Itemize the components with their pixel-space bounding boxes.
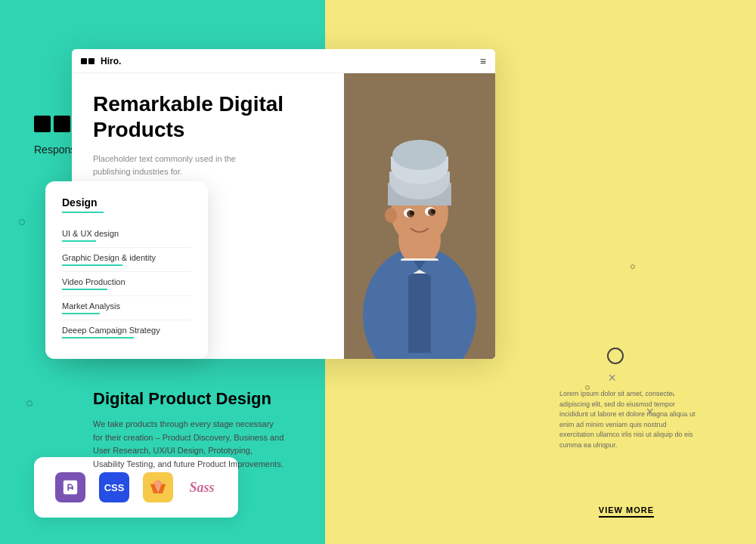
bottom-section-title: Digital Product Design [93, 389, 285, 409]
hero-title: Remarkable Digital Products [93, 91, 323, 142]
service-bar-1 [62, 240, 96, 242]
deco-circle-2 [19, 219, 25, 225]
browser-nav-menu[interactable]: ≡ [480, 55, 486, 67]
bottom-description: We take products through every stage nec… [93, 418, 285, 471]
service-bar-5 [62, 337, 134, 338]
logo-box-1 [34, 116, 51, 132]
services-card: Design UI & UX design Graphic Design & i… [45, 181, 208, 359]
service-item-1: UI & UX design [62, 224, 191, 248]
browser-logo-boxes [81, 58, 94, 64]
hero-description: Placeholder text commonly used in the pu… [93, 153, 244, 178]
services-underline [62, 212, 104, 213]
deco-circle-3 [26, 400, 33, 406]
main-container: Hiro. Responsive Landing Page CSS [0, 0, 756, 544]
browser-logo: Hiro. [81, 56, 121, 66]
deco-triangle [663, 378, 713, 416]
service-item-3: Video Production [62, 272, 191, 296]
svg-point-25 [431, 209, 435, 214]
service-bar-4 [62, 313, 100, 314]
service-bar-2 [62, 264, 122, 266]
deco-dot-1 [631, 264, 635, 269]
service-item-5: Deeep Campaign Strategy [62, 320, 191, 344]
services-card-title: Design [62, 196, 191, 209]
service-bar-3 [62, 289, 107, 290]
deco-circle-right [607, 348, 624, 364]
svg-point-24 [410, 211, 414, 215]
logo-box-2 [54, 116, 70, 132]
svg-point-26 [385, 208, 397, 223]
x-mark-2: × [646, 404, 654, 420]
person-photo [344, 73, 495, 359]
browser-logo-box-2 [88, 58, 94, 64]
bottom-section: Digital Product Design We take products … [72, 366, 756, 544]
x-mark-1: × [608, 370, 616, 386]
browser-image-panel [344, 73, 495, 359]
svg-point-19 [392, 140, 447, 170]
bottom-left-content: Digital Product Design We take products … [72, 366, 306, 544]
service-item-4: Market Analysis [62, 296, 191, 320]
view-more-link[interactable]: VIEW MORE [599, 505, 654, 518]
browser-logo-box-1 [81, 58, 87, 64]
browser-logo-text: Hiro. [101, 56, 121, 66]
browser-bar: Hiro. ≡ [72, 49, 495, 73]
service-item-2: Graphic Design & identity [62, 248, 191, 272]
